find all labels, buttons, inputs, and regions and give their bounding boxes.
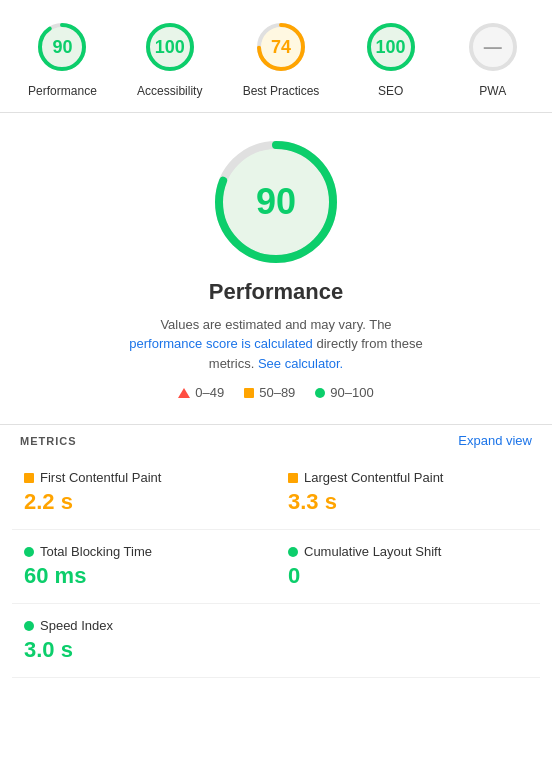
metric-name: First Contentful Paint — [24, 470, 264, 485]
main-performance-section: 90 Performance Values are estimated and … — [0, 113, 552, 417]
pass-icon — [315, 388, 325, 398]
metric-card: Speed Index 3.0 s — [12, 604, 276, 678]
average-icon — [244, 388, 254, 398]
fail-icon — [178, 388, 190, 398]
expand-view-link[interactable]: Expand view — [458, 433, 532, 448]
metric-name: Largest Contentful Paint — [288, 470, 528, 485]
score-item-pwa[interactable]: — PWA — [462, 16, 524, 100]
score-label: PWA — [479, 84, 506, 100]
score-label: SEO — [378, 84, 403, 100]
metric-status-icon — [24, 473, 34, 483]
score-value: 74 — [271, 37, 291, 58]
ring-performance: 90 — [31, 16, 93, 78]
legend-fail: 0–49 — [178, 385, 224, 400]
score-value: 100 — [155, 37, 185, 58]
metric-name: Speed Index — [24, 618, 264, 633]
ring-pwa: — — [462, 16, 524, 78]
metric-card — [276, 604, 540, 678]
average-range: 50–89 — [259, 385, 295, 400]
metric-name: Cumulative Layout Shift — [288, 544, 528, 559]
metric-value: 2.2 s — [24, 489, 264, 515]
metric-name: Total Blocking Time — [24, 544, 264, 559]
metric-value: 3.3 s — [288, 489, 528, 515]
score-item-best-practices[interactable]: 74 Best Practices — [243, 16, 320, 100]
perf-score-link[interactable]: performance score is calculated — [129, 336, 313, 351]
ring-accessibility: 100 — [139, 16, 201, 78]
score-value: 90 — [52, 37, 72, 58]
ring-best-practices: 74 — [250, 16, 312, 78]
performance-title: Performance — [209, 279, 344, 305]
score-legend: 0–49 50–89 90–100 — [178, 385, 373, 400]
score-item-seo[interactable]: 100 SEO — [360, 16, 422, 100]
desc-text: Values are estimated and may vary. The — [160, 317, 391, 332]
metric-status-icon — [288, 547, 298, 557]
performance-description: Values are estimated and may vary. The p… — [126, 315, 426, 374]
metric-card: Largest Contentful Paint 3.3 s — [276, 456, 540, 530]
score-bar: 90 Performance 100 Accessibility — [0, 0, 552, 113]
legend-pass: 90–100 — [315, 385, 373, 400]
score-item-performance[interactable]: 90 Performance — [28, 16, 97, 100]
metric-status-icon — [24, 621, 34, 631]
ring-seo: 100 — [360, 16, 422, 78]
metric-card: First Contentful Paint 2.2 s — [12, 456, 276, 530]
metric-status-icon — [24, 547, 34, 557]
fail-range: 0–49 — [195, 385, 224, 400]
score-label: Best Practices — [243, 84, 320, 100]
metrics-grid: First Contentful Paint 2.2 s Largest Con… — [0, 456, 552, 678]
big-performance-ring: 90 — [211, 137, 341, 267]
metrics-label: METRICS — [20, 435, 77, 447]
score-item-accessibility[interactable]: 100 Accessibility — [137, 16, 202, 100]
metric-value: 0 — [288, 563, 528, 589]
metric-value: 60 ms — [24, 563, 264, 589]
metrics-header: METRICS Expand view — [0, 424, 552, 456]
metric-status-icon — [288, 473, 298, 483]
score-value: 100 — [376, 37, 406, 58]
metric-card: Total Blocking Time 60 ms — [12, 530, 276, 604]
big-score-value: 90 — [256, 181, 296, 223]
score-value: — — [484, 37, 502, 58]
calculator-link[interactable]: See calculator. — [258, 356, 343, 371]
score-label: Performance — [28, 84, 97, 100]
score-label: Accessibility — [137, 84, 202, 100]
pass-range: 90–100 — [330, 385, 373, 400]
legend-average: 50–89 — [244, 385, 295, 400]
metric-card: Cumulative Layout Shift 0 — [276, 530, 540, 604]
metric-value: 3.0 s — [24, 637, 264, 663]
